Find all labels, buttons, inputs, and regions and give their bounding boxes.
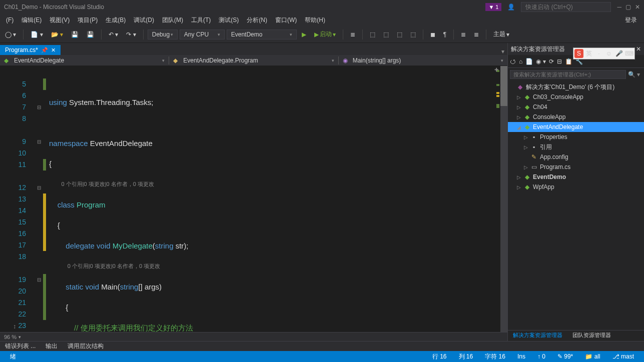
tree-node[interactable]: ▷◆ConsoleApp: [508, 112, 644, 122]
menu-team[interactable]: 团队(M): [158, 15, 187, 26]
tb-icon-1[interactable]: ≣: [347, 29, 358, 40]
tb-icon-4[interactable]: ⬚: [394, 29, 405, 40]
tree-node[interactable]: ◢◆EventAndDelegate: [508, 122, 644, 132]
tree-node[interactable]: ▷▪Properties: [508, 132, 644, 142]
se-back-icon[interactable]: ⭯: [510, 58, 516, 65]
split-button[interactable]: ✚: [494, 67, 500, 73]
menu-debug[interactable]: 调试(D): [130, 15, 158, 26]
open-button[interactable]: 📂 ▾: [48, 29, 66, 40]
menu-window[interactable]: 窗口(W): [271, 15, 301, 26]
menu-edit[interactable]: 编辑(E): [18, 15, 46, 26]
tb-icon-8[interactable]: ≣: [458, 29, 469, 40]
tab-strip: Program.cs* 📌 ✕ ▾: [0, 43, 507, 55]
tb-icon-7[interactable]: ¶: [440, 29, 449, 40]
pin-icon[interactable]: 📌: [41, 47, 48, 54]
tab-output[interactable]: 输出: [43, 342, 61, 350]
breadcrumb-method[interactable]: ◉ Main(string[] args) ▾: [339, 56, 507, 65]
theme-dropdown[interactable]: 主题 ▾: [490, 28, 512, 40]
se-showall-icon[interactable]: 📋: [565, 58, 572, 65]
se-sync-icon[interactable]: 📄: [525, 58, 533, 65]
toolbar: ◯ ▾ 📄 ▾ 📂 ▾ 💾 💾 ↶ ▾ ↷ ▾ Debug▾ Any CPU▾ …: [0, 26, 644, 43]
code-area[interactable]: 56789101112131415161718192021222324 ⊟ ⊟ …: [0, 66, 507, 332]
ime-punct-button[interactable]: ·: [594, 49, 603, 58]
breadcrumb-class[interactable]: ◆ EventAndDelegate.Program ▾: [169, 56, 338, 65]
tree-node[interactable]: ▷▪引用: [508, 142, 644, 152]
file-tab-program[interactable]: Program.cs* 📌 ✕: [0, 45, 61, 55]
tab-overflow-button[interactable]: ▾: [498, 48, 507, 55]
menu-test[interactable]: 测试(S): [215, 15, 243, 26]
account-icon[interactable]: 👤: [507, 4, 515, 10]
notification-flag[interactable]: ▼ 1: [485, 3, 501, 11]
tree-node[interactable]: ▷◆WpfApp: [508, 182, 644, 192]
nav-back-button[interactable]: ◯ ▾: [2, 29, 19, 40]
solution-tree[interactable]: ◆解决方案'Ch01_Demo' (6 个项目)▷◆Ch03_ConsoleAp…: [508, 81, 644, 330]
config-dropdown[interactable]: Debug▾: [148, 30, 178, 40]
menu-view[interactable]: 视图(V): [46, 15, 74, 26]
se-home-icon[interactable]: ⌂: [519, 58, 522, 65]
start-button-1[interactable]: ▶: [299, 29, 309, 40]
line-number-gutter: 56789101112131415161718192021222324: [0, 66, 35, 332]
code-text[interactable]: using System.Threading.Tasks; namespace …: [47, 66, 507, 332]
undo-button[interactable]: ↶ ▾: [106, 29, 121, 40]
change-marker-gutter: [43, 66, 47, 332]
solution-search-input[interactable]: [510, 70, 626, 79]
se-collapse-icon[interactable]: ⊟: [557, 58, 562, 65]
start-button-2[interactable]: ▶ 启动 ▾: [311, 28, 339, 40]
tree-node[interactable]: ✎App.config: [508, 152, 644, 162]
tb-icon-2[interactable]: ⬚: [367, 29, 378, 40]
save-button[interactable]: 💾: [68, 29, 82, 40]
menu-build[interactable]: 生成(B): [102, 15, 130, 26]
solution-explorer-title: 解决方案资源管理器: [511, 45, 565, 54]
editor-scrollbar[interactable]: [500, 66, 507, 332]
editor-region: Program.cs* 📌 ✕ ▾ ◆ EventAndDelegate ▾ ◆…: [0, 43, 507, 341]
tree-node[interactable]: ▷▭Program.cs: [508, 162, 644, 172]
status-line: 行 16: [426, 352, 453, 361]
se-scope-icon[interactable]: ◉ ▾: [536, 58, 545, 65]
tb-icon-6[interactable]: ◼: [427, 29, 438, 40]
tb-icon-5[interactable]: ⬚: [407, 29, 419, 40]
maximize-button[interactable]: ▢: [625, 4, 631, 10]
breadcrumb-project[interactable]: ◆ EventAndDelegate ▾: [0, 56, 169, 65]
nav-up-icon[interactable]: ↕: [13, 323, 20, 330]
ime-logo-icon[interactable]: S: [574, 49, 583, 58]
menu-help[interactable]: 帮助(H): [301, 15, 329, 26]
tb-icon-9[interactable]: ≣: [471, 29, 482, 40]
menu-file[interactable]: (F): [2, 16, 18, 24]
platform-dropdown[interactable]: Any CPU▾: [180, 30, 225, 40]
menu-project[interactable]: 项目(P): [74, 15, 102, 26]
save-all-button[interactable]: 💾: [84, 29, 97, 40]
redo-button[interactable]: ↷ ▾: [123, 29, 139, 40]
status-all[interactable]: 📁 all: [579, 353, 606, 360]
tab-solution-explorer[interactable]: 解决方案资源管理器: [508, 330, 567, 341]
zoom-dropdown[interactable]: 96 %▾: [4, 334, 21, 340]
ime-toolbar[interactable]: S 英 · ☺ 🎤 ⌨: [573, 48, 635, 60]
login-button[interactable]: 登录: [620, 15, 642, 26]
ime-keyboard-button[interactable]: ⌨: [624, 49, 633, 58]
breadcrumb-bar: ◆ EventAndDelegate ▾ ◆ EventAndDelegate.…: [0, 55, 507, 66]
ime-lang-button[interactable]: 英: [584, 49, 593, 58]
status-branch[interactable]: ⎇ mast: [606, 353, 640, 360]
tab-error-list[interactable]: 错误列表 ...: [2, 342, 39, 350]
tb-icon-3[interactable]: ⬚: [380, 29, 392, 40]
close-button[interactable]: ✕: [635, 4, 640, 10]
ime-mic-button[interactable]: 🎤: [614, 49, 623, 58]
menu-analyze[interactable]: 分析(N): [243, 15, 271, 26]
quick-launch-input[interactable]: [521, 2, 611, 12]
status-publish[interactable]: ↑ 0: [531, 353, 551, 360]
tab-call-hierarchy[interactable]: 调用层次结构: [65, 342, 107, 350]
tree-node[interactable]: ▷◆Ch04: [508, 102, 644, 112]
minimize-button[interactable]: ─: [617, 4, 621, 10]
se-refresh-icon[interactable]: ⟳: [549, 58, 554, 65]
tab-team-explorer[interactable]: 团队资源管理器: [567, 330, 616, 341]
search-options-button[interactable]: 🔍 ▾: [626, 71, 642, 78]
close-tab-button[interactable]: ✕: [51, 47, 56, 54]
ime-emoji-button[interactable]: ☺: [604, 49, 613, 58]
menu-tools[interactable]: 工具(T): [187, 15, 215, 26]
tree-node[interactable]: ▷◆EventDemo: [508, 172, 644, 182]
startup-project-dropdown[interactable]: EventDemo▾: [227, 30, 297, 40]
menubar: (F) 编辑(E) 视图(V) 项目(P) 生成(B) 调试(D) 团队(M) …: [0, 14, 644, 26]
tree-node[interactable]: ▷◆Ch03_ConsoleApp: [508, 92, 644, 102]
tree-root[interactable]: ◆解决方案'Ch01_Demo' (6 个项目): [508, 82, 644, 92]
status-pct[interactable]: ✎ 99*: [551, 353, 579, 360]
new-file-button[interactable]: 📄 ▾: [28, 29, 46, 40]
